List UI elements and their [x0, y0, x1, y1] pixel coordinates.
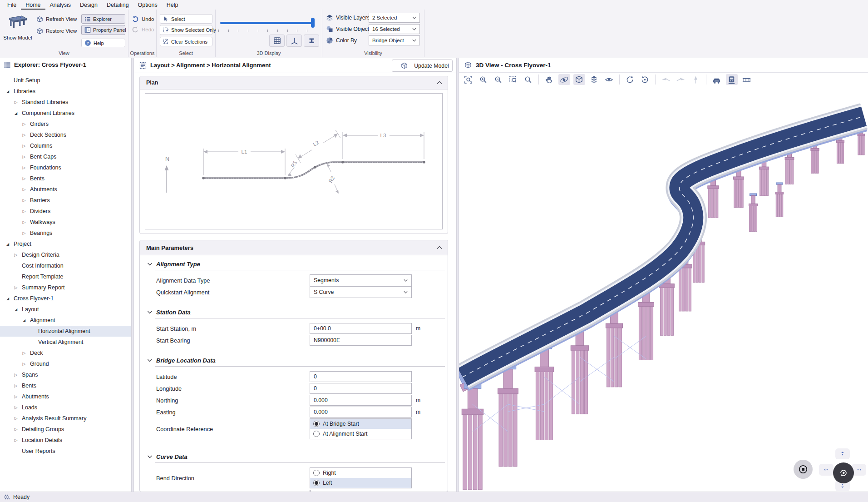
visible-layers-dropdown[interactable]: 2 Selected: [369, 13, 420, 23]
tree-collapsed-icon[interactable]: ▷: [21, 231, 27, 235]
tree-item-columns[interactable]: ▷Columns: [0, 140, 131, 151]
tree-expanded-icon[interactable]: ◢: [13, 111, 19, 115]
view-cube-button[interactable]: [573, 74, 585, 85]
visibility-eye-button[interactable]: [603, 74, 615, 85]
select-quickstart-alignment[interactable]: S Curve: [310, 286, 412, 298]
record-walkthrough-button[interactable]: [794, 460, 813, 479]
menu-detailing[interactable]: Detailing: [102, 1, 133, 10]
tree-expanded-icon[interactable]: ◢: [5, 89, 11, 94]
input-longitude[interactable]: [310, 383, 412, 394]
tree-item-project[interactable]: ◢Project: [0, 239, 131, 249]
tree-collapsed-icon[interactable]: ▷: [21, 187, 27, 192]
tree-item-cross-flyover-1[interactable]: ◢Cross Flyover-1: [0, 293, 131, 304]
input-northing[interactable]: [310, 395, 412, 406]
bridge-elevation-button[interactable]: [741, 74, 753, 85]
tree-item-girders[interactable]: ▷Girders: [0, 119, 131, 129]
input-start-bearing[interactable]: [310, 335, 412, 346]
tree-item-bents[interactable]: ▷Bents: [0, 173, 131, 184]
viewport-3d[interactable]: [459, 86, 868, 492]
zoom-window-button[interactable]: [508, 74, 519, 85]
tree-collapsed-icon[interactable]: ▷: [21, 209, 27, 214]
tree-item-walkways[interactable]: ▷Walkways: [0, 217, 131, 228]
clear-selections-button[interactable]: Clear Selections: [160, 37, 212, 46]
explorer-toggle-button[interactable]: Explorer: [81, 14, 125, 24]
tree-collapsed-icon[interactable]: ▷: [21, 220, 27, 224]
tree-collapsed-icon[interactable]: ▷: [13, 394, 19, 399]
tree-collapsed-icon[interactable]: ▷: [21, 133, 27, 137]
input-latitude[interactable]: [310, 371, 412, 382]
radio-at-bridge-start[interactable]: At Bridge Start: [310, 419, 411, 429]
tree-collapsed-icon[interactable]: ▷: [21, 144, 27, 148]
update-model-button[interactable]: Update Model: [392, 60, 453, 72]
pan-left-button[interactable]: [819, 464, 833, 476]
zoom-out-button[interactable]: [493, 74, 504, 85]
tree-item-summary-report[interactable]: ▷Summary Report: [0, 282, 131, 293]
section-header-bridge-location-data[interactable]: Bridge Location Data: [140, 356, 448, 364]
tree-item-detailing-groups[interactable]: ▷Detailing Groups: [0, 424, 131, 435]
tree-item-horizontal-alignment[interactable]: Horizontal Alignment: [0, 326, 131, 337]
tree-collapsed-icon[interactable]: ▷: [21, 176, 27, 181]
pan-up-button[interactable]: [835, 448, 850, 459]
main-parameters-header[interactable]: Main Parameters: [140, 240, 448, 255]
display-detail-slider[interactable]: [220, 18, 315, 28]
tree-item-report-template[interactable]: Report Template: [0, 271, 131, 282]
tree-expanded-icon[interactable]: ◢: [5, 242, 11, 246]
tree-collapsed-icon[interactable]: ▷: [21, 362, 27, 366]
property-panel-toggle-button[interactable]: Property Panel: [81, 25, 125, 35]
show-model-button[interactable]: Show Model: [2, 12, 34, 40]
tree-item-ground[interactable]: ▷Ground: [0, 358, 131, 369]
tree-item-user-reports[interactable]: User Reports: [0, 446, 131, 457]
drive-car-button[interactable]: [711, 74, 723, 85]
tree-collapsed-icon[interactable]: ▷: [13, 383, 19, 388]
rotate-ccw-button[interactable]: [639, 74, 651, 85]
tree-item-barriers[interactable]: ▷Barriers: [0, 195, 131, 206]
tree-item-bents[interactable]: ▷Bents: [0, 380, 131, 391]
tree-collapsed-icon[interactable]: ▷: [21, 165, 27, 170]
slider-handle[interactable]: [311, 18, 315, 28]
input-start-station-m[interactable]: [310, 323, 412, 334]
menu-home[interactable]: Home: [21, 1, 45, 10]
tree-collapsed-icon[interactable]: ▷: [21, 154, 27, 159]
slider-track[interactable]: [220, 22, 312, 24]
tree-item-cost-information[interactable]: Cost Information: [0, 260, 131, 271]
radio-left[interactable]: Left: [310, 478, 411, 488]
visible-objects-dropdown[interactable]: 16 Selected: [369, 24, 420, 34]
tree-item-vertical-alignment[interactable]: Vertical Alignment: [0, 337, 131, 348]
collapse-up-icon[interactable]: [437, 246, 442, 249]
tree-item-standard-libraries[interactable]: ▷Standard Libraries: [0, 97, 131, 108]
tree-item-loads[interactable]: ▷Loads: [0, 402, 131, 413]
restore-view-button[interactable]: Restore View: [36, 26, 77, 35]
tree-item-design-criteria[interactable]: ▷Design Criteria: [0, 249, 131, 260]
radio-right[interactable]: Right: [310, 468, 411, 478]
tree-item-unit-setup[interactable]: Unit Setup: [0, 75, 131, 86]
collapse-up-icon[interactable]: [437, 81, 442, 84]
tree-collapsed-icon[interactable]: ▷: [13, 100, 19, 104]
select-tool-button[interactable]: Select: [160, 14, 212, 24]
menu-analysis[interactable]: Analysis: [45, 1, 76, 10]
tree-item-location-details[interactable]: ▷Location Details: [0, 435, 131, 446]
zoom-extents-button[interactable]: [463, 74, 474, 85]
undo-button[interactable]: Undo: [132, 15, 154, 24]
select-alignment-data-type[interactable]: Segments: [310, 274, 412, 286]
solid-objects-button[interactable]: [588, 74, 600, 85]
tree-collapsed-icon[interactable]: ▷: [13, 416, 19, 421]
plan-card-header[interactable]: Plan: [140, 76, 448, 89]
tree-item-foundations[interactable]: ▷Foundations: [0, 162, 131, 173]
tree-collapsed-icon[interactable]: ▷: [13, 405, 19, 410]
pan-hand-button[interactable]: [543, 74, 555, 85]
section-header-station-data[interactable]: Station Data: [140, 308, 448, 316]
section-header-alignment-type[interactable]: Alignment Type: [140, 260, 448, 268]
tree-collapsed-icon[interactable]: ▷: [21, 122, 27, 126]
input-easting[interactable]: [310, 407, 412, 418]
tree-item-component-libraries[interactable]: ◢Component Libraries: [0, 108, 131, 119]
extruded-section-button[interactable]: [304, 35, 319, 47]
tree-item-deck-sections[interactable]: ▷Deck Sections: [0, 129, 131, 140]
redo-button[interactable]: Redo: [132, 25, 154, 34]
zoom-in-button[interactable]: [478, 74, 489, 85]
tree-collapsed-icon[interactable]: ▷: [13, 373, 19, 377]
radio-at-alignment-start[interactable]: At Alignment Start: [310, 429, 411, 439]
axes-display-button[interactable]: [286, 35, 302, 47]
tree-item-layout[interactable]: ◢Layout: [0, 304, 131, 315]
menu-options[interactable]: Options: [133, 1, 162, 10]
tree-item-analysis-result-summary[interactable]: ▷Analysis Result Summary: [0, 413, 131, 424]
